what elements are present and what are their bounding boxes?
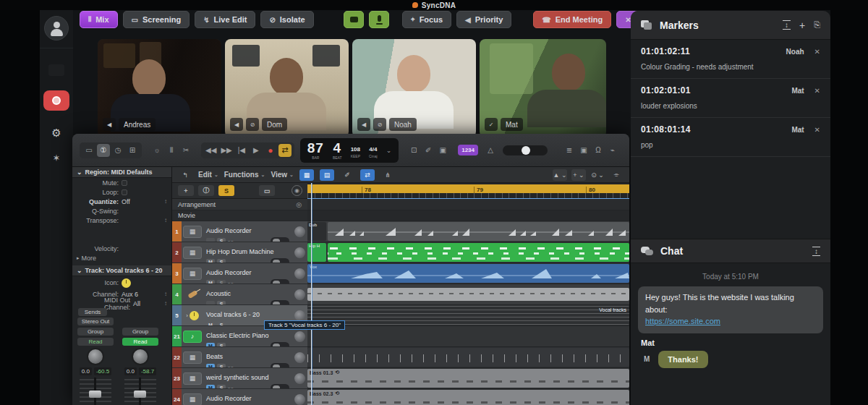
folder-region-selected[interactable]: Vocal tracks xyxy=(307,306,629,325)
input-monitor-button[interactable]: oo xyxy=(228,386,234,389)
grid-view-icon[interactable]: ▦ xyxy=(299,169,314,181)
global-track-icon[interactable]: ◎ xyxy=(296,201,302,208)
record-button[interactable] xyxy=(43,90,69,111)
mute-checkbox[interactable] xyxy=(122,180,127,186)
disclosure-icon[interactable]: › xyxy=(186,312,188,319)
clip-name[interactable]: Hip H xyxy=(307,243,326,262)
edit-menu[interactable]: Edit⌄ xyxy=(198,171,218,179)
group-button[interactable]: Group xyxy=(122,328,158,336)
track-volume-knob[interactable] xyxy=(294,310,305,321)
tuner-icon[interactable]: ✐ xyxy=(422,144,435,157)
collapse-panel-icon[interactable]: ↕ xyxy=(783,20,791,30)
secondary-tool-button[interactable]: + ⌄ xyxy=(571,169,586,181)
track-row[interactable]: 24 ▦ Audio Recorder MSoo xyxy=(172,389,307,405)
marker-item[interactable]: 01:02:01:01 Mat ✕ louder explosions xyxy=(631,79,830,118)
track-volume-knob[interactable] xyxy=(294,373,305,384)
freeze-toggle[interactable] xyxy=(271,342,289,346)
user-avatar[interactable] xyxy=(44,16,69,40)
delete-marker-icon[interactable]: ✕ xyxy=(814,87,820,95)
forward-button[interactable]: ▶▶ xyxy=(219,144,233,157)
stop-button[interactable]: |◀ xyxy=(235,144,248,157)
track-visibility-eye-icon[interactable]: ◉ xyxy=(292,185,302,196)
drag-menu[interactable]: ⌯ xyxy=(609,169,624,181)
fader-cap[interactable] xyxy=(134,391,146,398)
solo-button[interactable]: S xyxy=(217,385,226,389)
track-name[interactable]: Audio Recorder xyxy=(206,395,252,402)
track-row[interactable]: 22 ▦ Beats MSoo xyxy=(172,347,307,368)
track-volume-knob[interactable] xyxy=(294,247,305,258)
solo-button[interactable]: S xyxy=(217,301,226,305)
marker-item[interactable]: 01:01:02:11 Noah ✕ Colour Grading - need… xyxy=(631,40,830,79)
automation-mode-button[interactable]: Read xyxy=(122,338,158,346)
add-track-button[interactable]: + xyxy=(178,185,194,196)
track-row[interactable]: 4 Acoustic S xyxy=(172,284,307,305)
mute-button[interactable]: M xyxy=(206,343,215,347)
track-volume-knob[interactable] xyxy=(294,268,305,279)
mute-button[interactable]: M xyxy=(206,364,215,368)
cycle-button[interactable]: ⇄ xyxy=(278,144,292,157)
priority-button[interactable]: ◀Priority xyxy=(456,11,511,28)
track-name[interactable]: Audio Recorder xyxy=(206,227,252,234)
freeze-toggle[interactable] xyxy=(271,363,289,367)
track-volume-knob[interactable] xyxy=(294,289,305,300)
fader-cap[interactable] xyxy=(89,391,101,398)
audio-region[interactable]: Vox xyxy=(307,264,629,283)
record-transport-button[interactable]: ● xyxy=(264,144,277,157)
automation-icon[interactable]: ✐ xyxy=(340,169,354,181)
bug-report-icon[interactable]: ✶ xyxy=(53,153,61,163)
lcd-display[interactable]: 87BAR 4BEAT 108KEEP 4/4Cmaj ⌄ xyxy=(300,138,399,163)
mute-button[interactable]: M xyxy=(206,280,215,284)
video-tile-andreas[interactable]: ◀ Andreas xyxy=(98,39,221,137)
catch-playhead-icon[interactable]: ↰ xyxy=(178,169,192,181)
pan-value[interactable]: 0.0 xyxy=(124,367,137,375)
track-name[interactable]: Beats xyxy=(206,353,223,360)
track-volume-knob[interactable] xyxy=(294,394,305,405)
timeline-ruler[interactable]: 78 79 80 xyxy=(307,183,629,199)
freeze-toggle[interactable] xyxy=(271,300,289,304)
pan-value[interactable]: 0.0 xyxy=(80,367,92,375)
region-inspector-header[interactable]: ⌄Region: MIDI Defaults xyxy=(72,167,171,178)
audio-region[interactable]: Bass 02.3⟲ xyxy=(307,390,629,405)
audio-region[interactable]: Bass 01.3⟲ xyxy=(307,369,629,388)
track-row[interactable]: 2 ▦ Hip Hop Drum Machine MS xyxy=(172,242,307,263)
track-zoom-button[interactable]: ▭ xyxy=(259,185,275,196)
rewind-button[interactable]: ◀◀ xyxy=(204,144,218,157)
mute-button[interactable] xyxy=(206,238,215,242)
track-name[interactable]: Vocal tracks 6 - 20 xyxy=(206,311,260,318)
cycle-band[interactable]: 78 79 80 xyxy=(307,184,629,193)
audio-icon[interactable]: ⌁ xyxy=(606,144,619,157)
movie-lane[interactable]: Movie xyxy=(172,210,307,221)
more-label[interactable]: More xyxy=(82,255,97,262)
stepper-icon[interactable]: ↕ xyxy=(164,300,167,307)
end-meeting-button[interactable]: ☎End Meeting xyxy=(533,11,611,28)
disclosure-icon[interactable]: ▸ xyxy=(77,255,80,261)
freeze-toggle[interactable] xyxy=(271,237,289,242)
video-tile-noah[interactable]: ◀ ⊘ Noah xyxy=(352,39,476,137)
track-name[interactable]: Audio Recorder xyxy=(206,269,252,276)
solo-button[interactable]: S xyxy=(217,364,226,368)
track-name[interactable]: Hip Hop Drum Machine xyxy=(206,248,274,255)
track-row[interactable]: 1 ▦ Audio Recorder Soo xyxy=(172,221,307,242)
track-name[interactable]: weird synthetic sound xyxy=(206,374,269,381)
input-monitor-button[interactable]: oo xyxy=(228,281,234,284)
audio-region[interactable] xyxy=(307,288,629,301)
video-layout-icon[interactable] xyxy=(48,64,64,76)
track-icon-clock[interactable] xyxy=(122,278,131,288)
stepper-icon[interactable]: ↕ xyxy=(164,198,167,205)
track-volume-knob[interactable] xyxy=(294,352,305,363)
snap-menu[interactable]: ⊙ ⌄ xyxy=(590,169,605,181)
delete-marker-icon[interactable]: ✕ xyxy=(814,126,820,134)
track-info-button[interactable]: ⓘ xyxy=(198,185,214,196)
export-markers-icon[interactable]: ⎘ xyxy=(814,20,820,30)
marker-item[interactable]: 01:08:01:14 Mat ✕ pop xyxy=(631,118,830,157)
clip-name[interactable]: Dub xyxy=(307,222,326,241)
solo-button[interactable]: S xyxy=(217,259,226,263)
midi-region[interactable] xyxy=(328,243,629,262)
focus-button[interactable]: ⌖Focus xyxy=(402,11,451,28)
collapse-panel-icon[interactable]: ↕ xyxy=(812,247,820,256)
track-inspector-header[interactable]: ⌄Track: Vocal tracks 6 - 20 xyxy=(72,265,171,276)
list-editors-icon[interactable]: ≣ xyxy=(563,144,576,157)
isolate-button[interactable]: ⊘Isolate xyxy=(260,11,313,28)
input-monitor-button[interactable]: oo xyxy=(228,239,234,242)
cycle-range-icon[interactable]: ⇄ xyxy=(360,169,375,181)
